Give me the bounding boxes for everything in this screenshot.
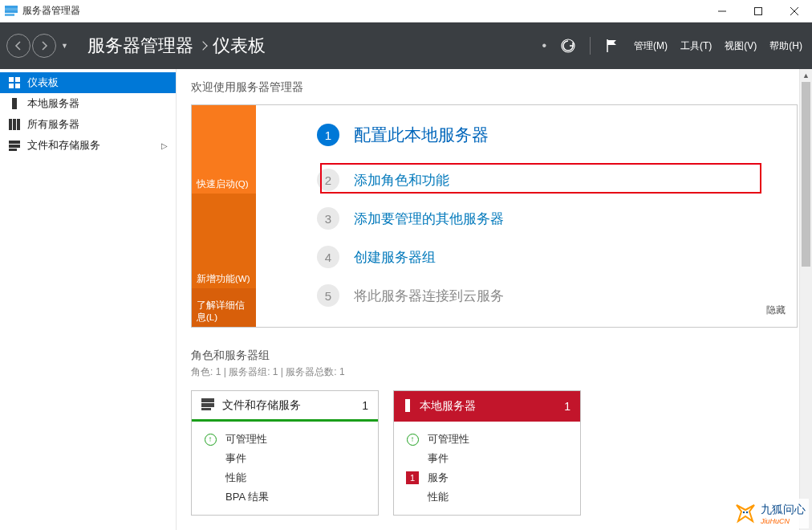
breadcrumb-app[interactable]: 服务器管理器 bbox=[87, 34, 193, 58]
svg-rect-19 bbox=[9, 145, 20, 148]
step-label: 配置此本地服务器 bbox=[354, 124, 489, 146]
svg-rect-23 bbox=[201, 408, 211, 410]
vertical-scrollbar[interactable]: ▲ bbox=[799, 69, 812, 530]
svg-rect-2 bbox=[5, 10, 18, 13]
window-title: 服务器管理器 bbox=[22, 4, 80, 18]
fox-icon bbox=[733, 500, 757, 527]
step-label: 添加要管理的其他服务器 bbox=[354, 210, 504, 228]
step-configure-server[interactable]: 1 配置此本地服务器 bbox=[317, 123, 776, 147]
menu-separator-dot: • bbox=[542, 39, 546, 53]
server-icon bbox=[404, 399, 412, 414]
tile-local-server[interactable]: 本地服务器 1 ↑可管理性 事件 1服务 性能 bbox=[393, 390, 581, 516]
tile-file-storage[interactable]: 文件和存储服务 1 ↑可管理性 事件 性能 BPA 结果 bbox=[191, 390, 379, 516]
tile-row-services[interactable]: 1服务 bbox=[405, 468, 569, 487]
section-subtitle: 角色: 1 | 服务器组: 1 | 服务器总数: 1 bbox=[191, 365, 798, 379]
tile-row-performance[interactable]: 性能 bbox=[203, 468, 367, 487]
watermark-logo: 九狐问心 JiuHuCN bbox=[730, 499, 809, 528]
svg-point-26 bbox=[746, 512, 748, 513]
svg-rect-20 bbox=[9, 149, 17, 151]
maximize-button[interactable] bbox=[740, 0, 776, 22]
tile-row-manageability[interactable]: ↑可管理性 bbox=[203, 430, 367, 449]
breadcrumb: 服务器管理器 仪表板 bbox=[87, 34, 266, 58]
flag-icon[interactable] bbox=[603, 37, 621, 55]
sidebar: 仪表板 本地服务器 所有服务器 文件和存储服务 ▷ bbox=[0, 69, 177, 530]
tile-row-events[interactable]: 事件 bbox=[203, 449, 367, 468]
svg-rect-11 bbox=[15, 77, 20, 82]
welcome-heading: 欢迎使用服务器管理器 bbox=[191, 80, 798, 95]
svg-rect-14 bbox=[12, 98, 17, 109]
all-servers-icon bbox=[8, 119, 21, 130]
step-label: 将此服务器连接到云服务 bbox=[354, 287, 504, 305]
step-number: 2 bbox=[317, 169, 339, 191]
status-ok-icon: ↑ bbox=[205, 434, 217, 446]
step-connect-cloud[interactable]: 5 将此服务器连接到云服务 bbox=[317, 283, 776, 308]
menu-manage[interactable]: 管理(M) bbox=[634, 39, 668, 53]
local-server-icon bbox=[8, 98, 21, 109]
tile-row-performance[interactable]: 性能 bbox=[405, 487, 569, 507]
chevron-right-icon: ▷ bbox=[161, 141, 168, 150]
svg-rect-15 bbox=[9, 119, 12, 130]
main-content: 欢迎使用服务器管理器 快速启动(Q) 新增功能(W) 了解详细信息(L) 1 配… bbox=[177, 69, 812, 530]
menu-view[interactable]: 视图(V) bbox=[725, 39, 757, 53]
quick-start-tab[interactable]: 快速启动(Q) bbox=[192, 105, 256, 194]
svg-rect-0 bbox=[5, 6, 18, 8]
watermark-cn: 九狐问心 bbox=[761, 503, 806, 516]
svg-rect-22 bbox=[201, 403, 214, 407]
svg-rect-24 bbox=[405, 399, 410, 412]
step-number: 1 bbox=[317, 124, 339, 146]
header-bar: ▼ 服务器管理器 仪表板 • 管理(M) 工具(T) 视图(V) 帮助(H) bbox=[0, 22, 812, 69]
svg-rect-5 bbox=[754, 7, 761, 14]
sidebar-item-label: 本地服务器 bbox=[27, 96, 79, 111]
step-number: 4 bbox=[317, 246, 339, 268]
tile-row-manageability[interactable]: ↑可管理性 bbox=[405, 430, 569, 449]
close-button[interactable] bbox=[776, 0, 812, 22]
tile-count: 1 bbox=[564, 400, 570, 413]
menu-tools[interactable]: 工具(T) bbox=[680, 39, 712, 53]
svg-point-25 bbox=[743, 512, 745, 513]
dashboard-icon bbox=[8, 77, 21, 88]
whats-new-tab[interactable]: 新增功能(W) bbox=[192, 194, 256, 288]
svg-rect-1 bbox=[5, 8, 18, 10]
refresh-icon[interactable] bbox=[559, 37, 577, 55]
status-ok-icon: ↑ bbox=[407, 434, 419, 446]
tile-title: 本地服务器 bbox=[420, 399, 476, 414]
nav-forward-button[interactable] bbox=[32, 34, 56, 58]
svg-rect-13 bbox=[15, 84, 20, 88]
step-number: 5 bbox=[317, 284, 339, 307]
step-create-group[interactable]: 4 创建服务器组 bbox=[317, 245, 776, 269]
step-add-other-servers[interactable]: 3 添加要管理的其他服务器 bbox=[317, 206, 776, 230]
scroll-up-button[interactable]: ▲ bbox=[800, 69, 812, 82]
scroll-thumb[interactable] bbox=[802, 82, 810, 267]
nav-back-button[interactable] bbox=[6, 34, 30, 58]
svg-rect-21 bbox=[201, 398, 214, 402]
nav-dropdown-icon[interactable]: ▼ bbox=[61, 42, 68, 50]
menu-help[interactable]: 帮助(H) bbox=[769, 39, 802, 53]
step-label: 创建服务器组 bbox=[354, 248, 436, 267]
sidebar-item-storage[interactable]: 文件和存储服务 ▷ bbox=[0, 135, 176, 156]
error-badge: 1 bbox=[406, 471, 419, 484]
svg-rect-17 bbox=[17, 119, 20, 130]
sidebar-item-local-server[interactable]: 本地服务器 bbox=[0, 93, 176, 114]
sidebar-item-label: 文件和存储服务 bbox=[27, 138, 100, 153]
hide-link[interactable]: 隐藏 bbox=[766, 304, 786, 317]
step-label: 添加角色和功能 bbox=[354, 171, 449, 190]
storage-icon bbox=[201, 398, 214, 413]
learn-more-tab[interactable]: 了解详细信息(L) bbox=[192, 288, 256, 327]
minimize-button[interactable] bbox=[704, 0, 740, 22]
tile-title: 文件和存储服务 bbox=[222, 398, 301, 413]
sidebar-item-label: 所有服务器 bbox=[27, 117, 79, 132]
svg-rect-12 bbox=[9, 84, 14, 88]
breadcrumb-page[interactable]: 仪表板 bbox=[213, 34, 266, 58]
watermark-en: JiuHuCN bbox=[761, 517, 806, 525]
svg-rect-16 bbox=[13, 119, 16, 130]
step-number: 3 bbox=[317, 207, 339, 230]
sidebar-item-all-servers[interactable]: 所有服务器 bbox=[0, 114, 176, 135]
welcome-panel: 快速启动(Q) 新增功能(W) 了解详细信息(L) 1 配置此本地服务器 2 添… bbox=[191, 104, 798, 328]
section-title: 角色和服务器组 bbox=[191, 349, 798, 363]
svg-rect-3 bbox=[5, 14, 14, 16]
sidebar-item-dashboard[interactable]: 仪表板 bbox=[0, 72, 176, 93]
tile-row-bpa[interactable]: BPA 结果 bbox=[203, 487, 367, 507]
step-add-roles[interactable]: 2 添加角色和功能 bbox=[317, 168, 776, 192]
header-separator bbox=[590, 37, 591, 55]
tile-row-events[interactable]: 事件 bbox=[405, 449, 569, 468]
